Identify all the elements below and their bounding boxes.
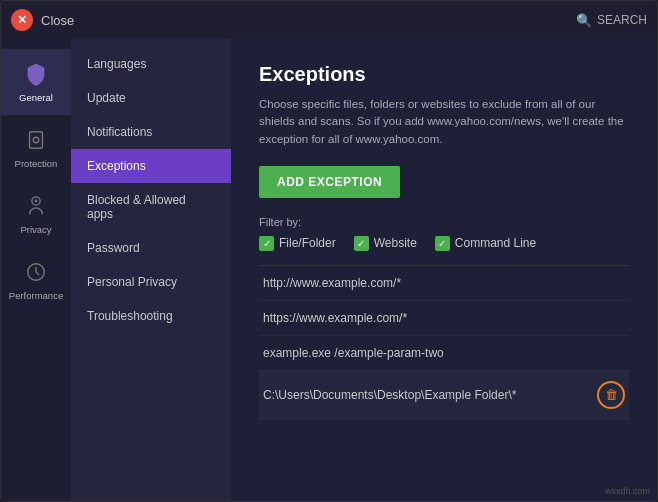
trash-icon: 🗑 xyxy=(605,387,618,402)
file-folder-checkbox[interactable]: ✓ xyxy=(259,236,274,251)
svg-point-2 xyxy=(35,200,38,203)
menu-item-languages[interactable]: Languages xyxy=(71,47,231,81)
website-label: Website xyxy=(374,236,417,250)
exception-text-4: C:\Users\Documents\Desktop\Example Folde… xyxy=(263,388,597,402)
filter-file-folder[interactable]: ✓ File/Folder xyxy=(259,236,336,251)
filter-command-line[interactable]: ✓ Command Line xyxy=(435,236,536,251)
icon-sidebar: General Protection xyxy=(1,39,71,501)
delete-exception-button[interactable]: 🗑 xyxy=(597,381,625,409)
nav-label-performance: Performance xyxy=(9,290,63,301)
filter-options: ✓ File/Folder ✓ Website ✓ Command Line xyxy=(259,236,629,251)
nav-label-protection: Protection xyxy=(15,158,58,169)
filter-label: Filter by: xyxy=(259,216,629,228)
search-button[interactable]: 🔍 SEARCH xyxy=(576,13,647,28)
title-bar: ✕ Close 🔍 SEARCH xyxy=(1,1,657,39)
page-description: Choose specific files, folders or websit… xyxy=(259,96,629,148)
exception-text-2: https://www.example.com/* xyxy=(263,311,625,325)
svg-point-1 xyxy=(33,137,39,143)
general-icon xyxy=(23,61,49,87)
filter-section: Filter by: ✓ File/Folder ✓ Website ✓ Com… xyxy=(259,216,629,251)
exception-item-4: C:\Users\Documents\Desktop\Example Folde… xyxy=(259,371,629,420)
filter-website[interactable]: ✓ Website xyxy=(354,236,417,251)
menu-item-exceptions[interactable]: Exceptions xyxy=(71,149,231,183)
command-line-label: Command Line xyxy=(455,236,536,250)
svg-rect-0 xyxy=(30,132,43,149)
menu-item-troubleshooting[interactable]: Troubleshooting xyxy=(71,299,231,333)
menu-item-notifications[interactable]: Notifications xyxy=(71,115,231,149)
exception-text-3: example.exe /example-param-two xyxy=(263,346,625,360)
performance-icon xyxy=(23,259,49,285)
nav-item-protection[interactable]: Protection xyxy=(1,115,71,181)
exceptions-list: http://www.example.com/* https://www.exa… xyxy=(259,265,629,420)
menu-item-personal-privacy[interactable]: Personal Privacy xyxy=(71,265,231,299)
search-icon: 🔍 xyxy=(576,13,592,28)
menu-item-blocked-allowed[interactable]: Blocked & Allowed apps xyxy=(71,183,231,231)
exception-text-1: http://www.example.com/* xyxy=(263,276,625,290)
close-button[interactable]: ✕ xyxy=(11,9,33,31)
privacy-icon xyxy=(23,193,49,219)
content-area: Exceptions Choose specific files, folder… xyxy=(231,39,657,501)
page-title: Exceptions xyxy=(259,63,629,86)
nav-label-privacy: Privacy xyxy=(20,224,51,235)
menu-item-update[interactable]: Update xyxy=(71,81,231,115)
add-exception-button[interactable]: ADD EXCEPTION xyxy=(259,166,400,198)
app-window: ✕ Close 🔍 SEARCH General xyxy=(0,0,658,502)
close-icon: ✕ xyxy=(17,13,27,27)
watermark: wsxdh.com xyxy=(605,486,650,496)
exception-item-3: example.exe /example-param-two xyxy=(259,336,629,371)
menu-sidebar: Languages Update Notifications Exception… xyxy=(71,39,231,501)
command-line-checkbox[interactable]: ✓ xyxy=(435,236,450,251)
protection-icon xyxy=(23,127,49,153)
search-label: SEARCH xyxy=(597,13,647,27)
main-layout: General Protection xyxy=(1,39,657,501)
exception-item-2: https://www.example.com/* xyxy=(259,301,629,336)
nav-item-performance[interactable]: Performance xyxy=(1,247,71,313)
window-title: Close xyxy=(41,13,74,28)
nav-item-privacy[interactable]: Privacy xyxy=(1,181,71,247)
exception-item-1: http://www.example.com/* xyxy=(259,266,629,301)
nav-label-general: General xyxy=(19,92,53,103)
nav-item-general[interactable]: General xyxy=(1,49,71,115)
file-folder-label: File/Folder xyxy=(279,236,336,250)
menu-item-password[interactable]: Password xyxy=(71,231,231,265)
website-checkbox[interactable]: ✓ xyxy=(354,236,369,251)
